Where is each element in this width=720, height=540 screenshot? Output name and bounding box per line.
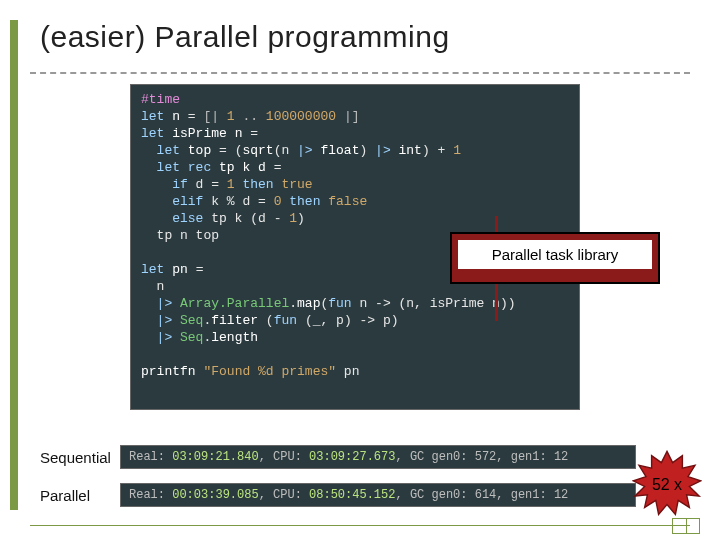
slide: (easier) Parallel programming #time let …: [0, 0, 720, 540]
speedup-starburst: 52 x: [632, 450, 702, 520]
code-blank-line: [141, 346, 569, 363]
annotation-label: Parallel task library: [458, 240, 652, 269]
timing-parallel: Real: 00:03:39.085, CPU: 08:50:45.152, G…: [120, 483, 636, 507]
code-line: |> Array.Parallel.map(fun n -> (n, isPri…: [141, 295, 569, 312]
code-line: #time: [141, 92, 180, 107]
slide-title: (easier) Parallel programming: [40, 20, 450, 54]
label-sequential: Sequential: [40, 449, 111, 466]
code-line: let rec tp k d =: [141, 159, 569, 176]
code-line: if d = 1 then true: [141, 176, 569, 193]
footer-divider: [30, 525, 690, 526]
label-parallel: Parallel: [40, 487, 90, 504]
code-line: let top = (sqrt(n |> float) |> int) + 1: [141, 142, 569, 159]
speedup-value: 52 x: [632, 450, 702, 520]
code-line: |> Seq.filter (fun (_, p) -> p): [141, 312, 569, 329]
page-number-box: [672, 518, 700, 534]
code-line: else tp k (d - 1): [141, 210, 569, 227]
annotation-callout: Parallel task library: [450, 232, 660, 284]
code-line: |> Seq.length: [141, 329, 569, 346]
timing-sequential: Real: 03:09:21.840, CPU: 03:09:27.673, G…: [120, 445, 636, 469]
accent-bar: [10, 20, 18, 510]
code-line: printfn "Found %d primes" pn: [141, 363, 569, 380]
code-line: let isPrime n =: [141, 125, 569, 142]
code-line: let n = [| 1 .. 100000000 |]: [141, 108, 569, 125]
title-divider: [30, 72, 690, 74]
code-line: elif k % d = 0 then false: [141, 193, 569, 210]
